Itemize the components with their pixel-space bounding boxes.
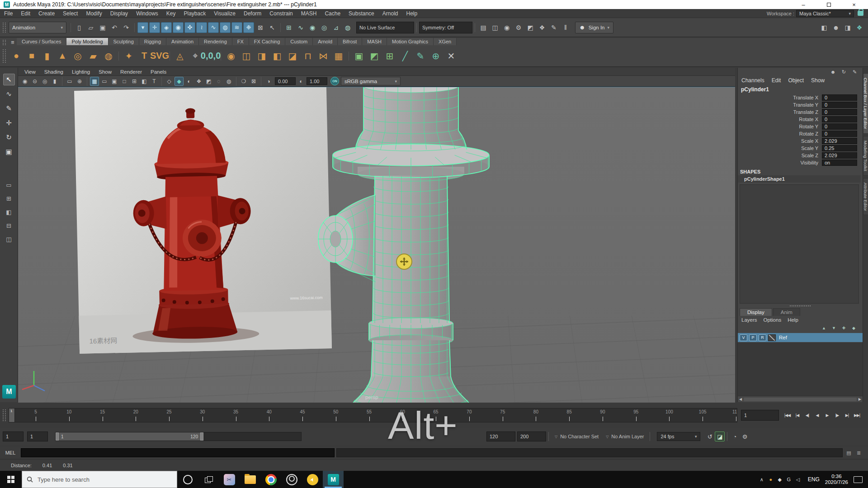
channel-value-field[interactable]: on bbox=[822, 160, 857, 166]
ipr-render-icon[interactable]: ◉ bbox=[501, 22, 513, 33]
node-name[interactable]: pCylinder1 bbox=[738, 85, 863, 94]
edit-attributes-icon[interactable]: ✎ bbox=[851, 69, 858, 75]
channel-value-field[interactable]: 0 bbox=[822, 109, 857, 115]
menu-mash[interactable]: MASH bbox=[297, 10, 321, 17]
lock-camera-icon[interactable]: ⊝ bbox=[30, 77, 39, 86]
taskbar-search-box[interactable]: Type here to search bbox=[22, 471, 177, 488]
wireframe-mode-icon[interactable]: ◇ bbox=[165, 77, 174, 86]
bridge-icon[interactable]: ⊓ bbox=[300, 48, 316, 64]
select-curves-icon[interactable]: ∿ bbox=[208, 22, 219, 33]
render-current-frame-icon[interactable]: ◫ bbox=[489, 22, 501, 33]
fill-hole-icon[interactable]: ▦ bbox=[331, 48, 346, 64]
film-gate-icon[interactable]: ▭ bbox=[100, 77, 109, 86]
poly-smooth-icon[interactable]: ◉ bbox=[223, 48, 239, 64]
play-backwards-button[interactable]: ◀ bbox=[812, 410, 822, 421]
layer-playback-toggle[interactable]: P bbox=[749, 334, 757, 341]
shelf-tab-fx[interactable]: FX bbox=[232, 38, 249, 45]
panel-menu-shading[interactable]: Shading bbox=[44, 69, 63, 75]
cortana-button[interactable] bbox=[177, 471, 198, 488]
drag-grip[interactable] bbox=[3, 23, 6, 33]
side-tab-channel-box-layer-editor[interactable]: Channel Box / Layer Editor bbox=[863, 73, 868, 134]
select-handles-icon[interactable]: ✜ bbox=[184, 22, 195, 33]
tray-volume-icon[interactable]: ◁ bbox=[793, 475, 802, 484]
motion-blur-icon[interactable]: ◍ bbox=[224, 77, 233, 86]
channel-value-field[interactable]: 0 bbox=[822, 131, 857, 137]
panel-menu-panels[interactable]: Panels bbox=[151, 69, 166, 75]
symmetry-field[interactable]: Symmetry: Off bbox=[419, 22, 472, 33]
drag-grip[interactable] bbox=[3, 40, 6, 45]
go-to-start-button[interactable]: |◀◀ bbox=[783, 410, 792, 421]
anim-layer-dropdown[interactable]: ▽No Anim Layer bbox=[606, 434, 644, 439]
combine-icon[interactable]: ◫ bbox=[239, 48, 254, 64]
separate-icon[interactable]: ◨ bbox=[254, 48, 269, 64]
resolution-gate-icon[interactable]: ▣ bbox=[110, 77, 119, 86]
layer-move-up-icon[interactable]: ▲ bbox=[821, 325, 827, 332]
language-indicator[interactable]: ENG bbox=[808, 476, 820, 483]
panel-menu-show[interactable]: Show bbox=[99, 69, 112, 75]
highlight-selection-icon[interactable]: ↖ bbox=[266, 22, 278, 33]
shelf-tab-motion-graphics[interactable]: Motion Graphics bbox=[387, 38, 434, 45]
layout-outliner-persp[interactable]: ◫ bbox=[3, 233, 15, 245]
menu-display[interactable]: Display bbox=[106, 10, 132, 17]
zero-transform-icon[interactable]: 0,0,0 bbox=[203, 48, 218, 64]
menu-visualize[interactable]: Visualize bbox=[210, 10, 240, 17]
hypershade-icon[interactable]: ◩ bbox=[524, 22, 536, 33]
side-tab-attribute-editor[interactable]: Attribute Editor bbox=[863, 178, 868, 216]
snap-to-view-planes-icon[interactable]: ⊿ bbox=[330, 22, 342, 33]
taskbar-chrome-icon[interactable] bbox=[260, 471, 281, 488]
select-tool[interactable]: ↖ bbox=[3, 74, 15, 85]
lock-selection-icon[interactable]: ⊠ bbox=[255, 22, 266, 33]
exposure-field[interactable]: 0.00 bbox=[275, 77, 296, 85]
view-transform-dropdown[interactable]: sRGB gamma ▾ bbox=[341, 77, 401, 85]
play-forwards-button[interactable]: ▶ bbox=[822, 410, 832, 421]
selection-mask-dropdown[interactable]: ▾ bbox=[137, 22, 148, 33]
current-frame-marker[interactable]: 1 bbox=[9, 408, 15, 422]
select-hierarchy-icon[interactable]: ✛ bbox=[149, 22, 160, 33]
scroll-right-arrow[interactable]: ▶ bbox=[859, 397, 861, 401]
go-to-end-button[interactable]: ▶▶| bbox=[852, 410, 862, 421]
poly-disc-icon[interactable]: ◍ bbox=[101, 48, 116, 64]
drag-grip[interactable] bbox=[3, 49, 6, 63]
menu-arnold[interactable]: Arnold bbox=[378, 10, 402, 17]
playback-end-field[interactable]: 120 bbox=[486, 432, 515, 441]
layer-menu-options[interactable]: Options bbox=[764, 317, 782, 323]
menu-edit[interactable]: Edit bbox=[17, 10, 34, 17]
svg-tool-icon[interactable]: SVG bbox=[152, 48, 167, 64]
snap-to-curves-icon[interactable]: ∿ bbox=[295, 22, 307, 33]
channel-menu-edit[interactable]: Edit bbox=[772, 77, 781, 84]
command-history-icon[interactable]: ≣ bbox=[855, 449, 863, 457]
shelf-tab-arnold[interactable]: Arnold bbox=[313, 38, 338, 45]
shelf-tab-custom[interactable]: Custom bbox=[285, 38, 313, 45]
save-scene-icon[interactable]: ▣ bbox=[97, 22, 108, 33]
field-chart-icon[interactable]: ⊞ bbox=[130, 77, 139, 86]
poly-torus-icon[interactable]: ◎ bbox=[70, 48, 85, 64]
menu-substance[interactable]: Substance bbox=[344, 10, 378, 17]
range-end-handle[interactable] bbox=[200, 432, 203, 441]
toggle-modeling-toolkit-icon[interactable]: ◧ bbox=[818, 22, 830, 33]
sign-in-button[interactable]: ☻ Sign In ▾ bbox=[575, 22, 613, 33]
layer-visible-toggle[interactable]: V bbox=[740, 334, 747, 341]
open-scene-icon[interactable]: ▱ bbox=[85, 22, 97, 33]
taskbar-pointer-app-icon[interactable]: ➤ bbox=[302, 471, 323, 488]
undo-icon[interactable]: ↶ bbox=[108, 22, 120, 33]
select-camera-icon[interactable]: ◉ bbox=[20, 77, 29, 86]
mel-output[interactable] bbox=[336, 448, 843, 457]
workspace-lock-icon[interactable] bbox=[858, 11, 863, 16]
layer-row[interactable]: V P R Ref bbox=[738, 333, 863, 342]
select-deformers-icon[interactable]: ≋ bbox=[231, 22, 242, 33]
maximize-button[interactable] bbox=[825, 1, 833, 8]
menu-constrain[interactable]: Constrain bbox=[265, 10, 297, 17]
gamma-field[interactable]: 1.00 bbox=[307, 77, 327, 85]
auto-key-icon[interactable]: ◔ bbox=[730, 432, 740, 441]
auto-uv-icon[interactable]: ◩ bbox=[367, 48, 382, 64]
shelf-tab-rigging[interactable]: Rigging bbox=[139, 38, 166, 45]
layer-move-down-icon[interactable]: ▼ bbox=[830, 325, 837, 332]
channel-value-field[interactable]: 0 bbox=[822, 116, 857, 122]
textured-mode-icon[interactable]: ◐ bbox=[184, 77, 193, 86]
channel-value-field[interactable]: 0 bbox=[822, 102, 857, 108]
boolean-icon[interactable]: ◧ bbox=[269, 48, 285, 64]
isolate-select-icon[interactable]: ❍ bbox=[239, 77, 248, 86]
viewport-canvas[interactable]: 16素材网 www.16sucai.com bbox=[18, 87, 735, 402]
tray-hidden-icons-chevron[interactable]: ∧ bbox=[757, 475, 766, 484]
taskbar-obs-icon[interactable] bbox=[281, 471, 302, 488]
